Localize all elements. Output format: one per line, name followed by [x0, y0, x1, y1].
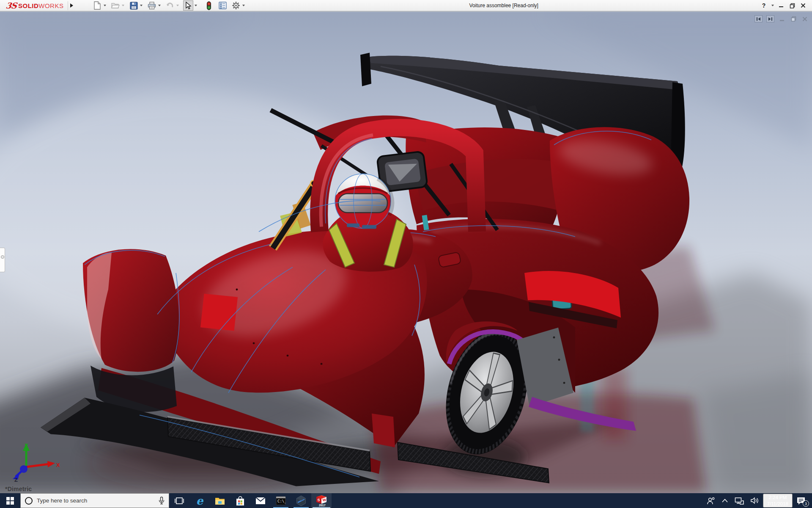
taskbar-edge[interactable]: e — [189, 493, 210, 508]
doc-close-button[interactable] — [801, 15, 809, 22]
command-prompt-icon: C:\_ — [276, 496, 286, 505]
document-window-controls — [754, 15, 809, 22]
restore-icon — [790, 3, 795, 8]
taskbar-search[interactable] — [20, 493, 169, 508]
taskbar: e C:\_ SW2017 — [0, 493, 812, 508]
help-dropdown[interactable] — [770, 0, 775, 11]
search-icon — [25, 497, 33, 505]
microphone-icon[interactable] — [159, 497, 165, 505]
svg-text:S: S — [318, 498, 320, 502]
taskbar-file-explorer[interactable] — [210, 493, 230, 508]
volume-icon — [751, 497, 759, 504]
windows-logo-icon — [6, 497, 14, 505]
triad-z-label: Z — [14, 477, 18, 482]
svg-text:W: W — [323, 498, 326, 502]
volume-button[interactable] — [748, 493, 762, 508]
flyout-triangle-icon — [70, 3, 73, 8]
search-input[interactable] — [37, 497, 154, 504]
task-view-button[interactable] — [169, 493, 189, 508]
maximize-button[interactable] — [787, 1, 797, 10]
help-button[interactable]: ? — [759, 1, 768, 10]
save-button[interactable] — [129, 0, 139, 11]
toolbar-flyout-arrow[interactable] — [68, 1, 75, 10]
rebuild-traffic-light-icon — [206, 1, 211, 10]
file-properties-icon — [219, 2, 227, 9]
pane-right-icon — [768, 17, 773, 21]
taskbar-mail[interactable] — [250, 493, 271, 508]
logo-solid-text: SOLID — [18, 2, 38, 9]
minimize-button[interactable] — [776, 1, 786, 10]
print-dropdown[interactable] — [157, 0, 162, 11]
doc-minimize-button[interactable] — [778, 15, 786, 22]
main-toolbar — [92, 0, 248, 11]
solidworks-logo: 3S SOLIDWORKS — [0, 0, 68, 11]
microsoft-store-icon — [236, 496, 245, 506]
triad-y-label: Y — [25, 442, 28, 449]
print-button[interactable] — [147, 0, 157, 11]
new-document-button[interactable] — [92, 0, 102, 11]
save-floppy-icon — [130, 2, 138, 10]
graphics-area[interactable]: Y X Z *Dimetric — [0, 12, 812, 493]
undo-arrow-icon — [166, 2, 174, 9]
open-dropdown[interactable] — [121, 0, 125, 11]
previous-pane-button[interactable] — [754, 15, 763, 22]
file-properties-button[interactable] — [217, 0, 228, 11]
notification-badge: 3 — [803, 500, 809, 507]
show-hidden-icons-button[interactable] — [719, 493, 731, 508]
file-explorer-icon — [215, 497, 225, 505]
titlebar: 3S SOLIDWORKS — [0, 0, 812, 11]
chevron-up-icon — [722, 499, 728, 502]
start-button[interactable] — [0, 493, 20, 508]
logo-works-text: WORKS — [38, 2, 63, 9]
taskbar-solidworks[interactable]: SW2017 — [311, 493, 332, 508]
svg-text:2017: 2017 — [319, 504, 326, 507]
pane-left-icon — [756, 17, 761, 21]
network-button[interactable] — [732, 493, 747, 508]
action-center-button[interactable]: 3 — [793, 493, 809, 508]
options-dropdown[interactable] — [241, 0, 246, 11]
tray-time: 2:24 PM — [768, 494, 787, 500]
close-button[interactable] — [798, 1, 808, 10]
view-orientation-label: *Dimetric — [5, 486, 32, 492]
taskbar-cad-hexagon[interactable] — [291, 493, 311, 508]
open-button[interactable] — [110, 0, 121, 11]
taskbar-microsoft-store[interactable] — [230, 493, 250, 508]
doc-close-icon — [802, 17, 807, 22]
save-dropdown[interactable] — [139, 0, 143, 11]
doc-minimize-icon — [779, 17, 785, 22]
people-button[interactable] — [704, 493, 718, 508]
network-icon — [735, 497, 744, 505]
options-button[interactable] — [231, 0, 241, 11]
select-dropdown[interactable] — [193, 0, 198, 11]
open-folder-icon — [111, 2, 120, 9]
undo-button[interactable] — [165, 0, 175, 11]
undo-dropdown[interactable] — [175, 0, 180, 11]
svg-text:C:\_: C:\_ — [277, 499, 286, 503]
new-document-dropdown[interactable] — [102, 0, 107, 11]
mail-icon — [255, 497, 266, 505]
triad-x-label: X — [56, 462, 60, 468]
solidworks-2017-icon: SW2017 — [316, 495, 327, 507]
feature-tree-collapsed-tab[interactable] — [0, 248, 5, 272]
solidworks-window: 3S SOLIDWORKS — [0, 0, 812, 508]
hexagon-app-icon — [296, 495, 307, 506]
window-title: Voiture assomblee [Read-only] — [248, 3, 759, 8]
front-fender-left — [83, 249, 179, 412]
rebuild-button[interactable] — [204, 0, 214, 11]
new-document-icon — [93, 1, 101, 10]
select-button[interactable] — [183, 0, 193, 11]
options-gear-icon — [232, 1, 240, 10]
close-icon — [801, 3, 806, 8]
task-view-icon — [175, 496, 184, 505]
logo-3s-mark: 3S — [5, 1, 17, 10]
taskbar-clock[interactable]: 2:24 PM 7/11/2018 — [763, 494, 793, 508]
print-icon — [148, 2, 156, 10]
orientation-triad: Y X Z — [7, 441, 62, 482]
next-pane-button[interactable] — [766, 15, 774, 22]
tray-date: 7/11/2018 — [767, 501, 788, 507]
model-scene — [0, 12, 812, 493]
taskbar-command-prompt[interactable]: C:\_ — [271, 493, 291, 508]
select-cursor-icon — [185, 2, 192, 10]
system-tray: 2:24 PM 7/11/2018 3 — [704, 493, 812, 508]
doc-restore-button[interactable] — [790, 15, 797, 22]
